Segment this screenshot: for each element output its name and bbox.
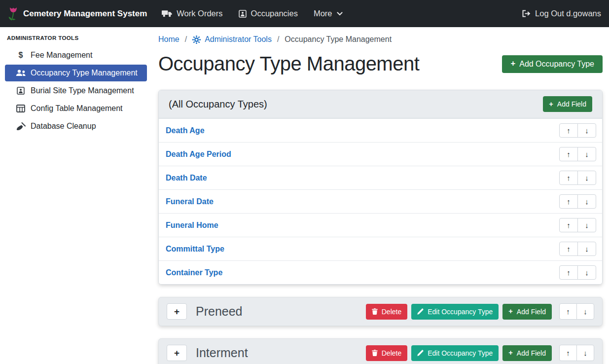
nav-more-label: More — [314, 9, 332, 18]
move-down-button[interactable]: ↓ — [576, 345, 594, 361]
breadcrumb-home[interactable]: Home — [158, 35, 179, 44]
sidebar-item-fee-management[interactable]: $ Fee Management — [5, 47, 147, 64]
nav-work-orders-label: Work Orders — [177, 9, 222, 18]
reorder-buttons: ↑ ↓ — [559, 345, 594, 361]
add-field-label: Add Field — [517, 349, 546, 357]
move-down-button[interactable]: ↓ — [577, 147, 596, 161]
delete-button[interactable]: Delete — [366, 304, 407, 320]
brand[interactable]: Cemetery Management System — [8, 6, 147, 21]
move-down-button[interactable]: ↓ — [577, 265, 596, 280]
reorder-buttons: ↑ ↓ — [559, 147, 596, 161]
field-link[interactable]: Container Type — [166, 268, 222, 277]
plus-icon: + — [510, 60, 515, 68]
move-down-button[interactable]: ↓ — [577, 194, 596, 209]
page-title: Occupancy Type Management — [158, 53, 419, 75]
trash-icon — [372, 308, 378, 315]
field-link[interactable]: Death Age Period — [166, 150, 231, 159]
reorder-buttons: ↑ ↓ — [559, 242, 596, 256]
move-up-button[interactable]: ↑ — [559, 147, 578, 161]
field-row: Container Type ↑ ↓ — [159, 260, 602, 284]
gear-icon — [192, 36, 201, 44]
logout-label: Log Out d.gowans — [535, 9, 601, 18]
move-down-button[interactable]: ↓ — [577, 242, 596, 256]
field-link[interactable]: Funeral Home — [166, 221, 218, 230]
move-down-button[interactable]: ↓ — [576, 303, 594, 320]
move-up-button[interactable]: ↑ — [559, 345, 577, 361]
pencil-icon — [417, 308, 424, 315]
nav-occupancies[interactable]: Occupancies — [239, 9, 298, 18]
burial-site-icon — [15, 87, 27, 95]
trash-icon — [372, 350, 378, 356]
plus-icon: + — [549, 101, 553, 108]
breadcrumb-separator: / — [185, 35, 187, 44]
sidebar-item-burial-site-type-management[interactable]: Burial Site Type Management — [5, 82, 147, 99]
truck-icon — [162, 10, 172, 17]
nav-occupancies-label: Occupancies — [251, 9, 298, 18]
breadcrumb-admin-tools[interactable]: Administrator Tools — [192, 35, 272, 44]
move-up-button[interactable]: ↑ — [559, 123, 578, 138]
sidebar-item-database-cleanup[interactable]: Database Cleanup — [5, 118, 147, 135]
move-down-button[interactable]: ↓ — [577, 123, 596, 138]
breadcrumb-separator: / — [277, 35, 279, 44]
sidebar-item-label: Fee Management — [31, 51, 92, 60]
table-icon — [15, 105, 27, 112]
delete-label: Delete — [382, 349, 401, 357]
sidebar-item-occupancy-type-management[interactable]: Occupancy Type Management — [5, 65, 147, 81]
add-field-button[interactable]: + Add Field — [502, 345, 552, 361]
nav-work-orders[interactable]: Work Orders — [162, 9, 222, 18]
breadcrumb-current: Occupancy Type Management — [285, 35, 392, 44]
move-up-button[interactable]: ↑ — [559, 194, 578, 209]
field-row: Committal Type ↑ ↓ — [159, 237, 602, 260]
move-down-button[interactable]: ↓ — [577, 171, 596, 185]
dollar-icon: $ — [15, 51, 27, 60]
all-occupancy-types-header: (All Occupancy Types) + Add Field — [159, 90, 602, 118]
nav-more[interactable]: More — [314, 9, 343, 18]
add-occupancy-type-button[interactable]: + Add Occupancy Type — [502, 55, 603, 73]
move-up-button[interactable]: ↑ — [559, 218, 578, 232]
move-up-button[interactable]: ↑ — [559, 171, 578, 185]
section-actions: Delete Edit Occupancy Type + Add Field — [366, 345, 594, 361]
move-up-button[interactable]: ↑ — [559, 242, 578, 256]
sidebar-item-config-table-management[interactable]: Config Table Management — [5, 100, 147, 117]
move-down-button[interactable]: ↓ — [577, 218, 596, 232]
delete-button[interactable]: Delete — [366, 345, 407, 361]
add-field-button[interactable]: + Add Field — [543, 96, 592, 112]
edit-occupancy-type-button[interactable]: Edit Occupancy Type — [411, 304, 499, 320]
field-row: Funeral Home ↑ ↓ — [159, 213, 602, 237]
field-row: Death Date ↑ ↓ — [159, 166, 602, 189]
field-link[interactable]: Death Age — [166, 126, 205, 135]
add-field-label: Add Field — [517, 308, 546, 316]
pencil-icon — [417, 350, 424, 356]
broom-icon — [15, 122, 27, 131]
chevron-down-icon — [337, 12, 343, 16]
move-up-button[interactable]: ↑ — [559, 303, 577, 320]
field-link[interactable]: Death Date — [166, 174, 207, 182]
plus-icon: + — [508, 308, 513, 315]
add-field-label: Add Field — [557, 100, 586, 108]
reorder-buttons: ↑ ↓ — [559, 194, 596, 209]
sidebar-item-label: Database Cleanup — [31, 122, 96, 131]
edit-occupancy-type-label: Edit Occupancy Type — [428, 308, 493, 316]
all-occupancy-types-title: (All Occupancy Types) — [169, 99, 267, 110]
all-occupancy-types-card: (All Occupancy Types) + Add Field Death … — [158, 90, 603, 285]
reorder-buttons: ↑ ↓ — [559, 218, 596, 232]
edit-occupancy-type-button[interactable]: Edit Occupancy Type — [411, 345, 499, 361]
sidebar-item-label: Config Table Management — [31, 104, 123, 113]
add-occupancy-type-label: Add Occupancy Type — [519, 60, 594, 69]
expand-button[interactable]: + — [167, 303, 187, 320]
expand-button[interactable]: + — [167, 345, 187, 361]
field-link[interactable]: Funeral Date — [166, 197, 214, 206]
field-row: Death Age Period ↑ ↓ — [159, 142, 602, 166]
field-link[interactable]: Committal Type — [166, 245, 224, 254]
move-up-button[interactable]: ↑ — [559, 265, 578, 280]
add-field-button[interactable]: + Add Field — [502, 304, 552, 320]
section-title: Preneed — [196, 304, 243, 319]
breadcrumb: Home / — [158, 32, 603, 45]
reorder-buttons: ↑ ↓ — [559, 303, 594, 320]
logout-link[interactable]: Log Out d.gowans — [522, 9, 601, 18]
occupancy-icon — [239, 10, 247, 18]
delete-label: Delete — [382, 308, 401, 316]
occupancy-type-section-preneed: + Preneed Delete — [158, 297, 603, 326]
sidebar-item-label: Occupancy Type Management — [31, 69, 138, 77]
edit-occupancy-type-label: Edit Occupancy Type — [428, 349, 493, 357]
